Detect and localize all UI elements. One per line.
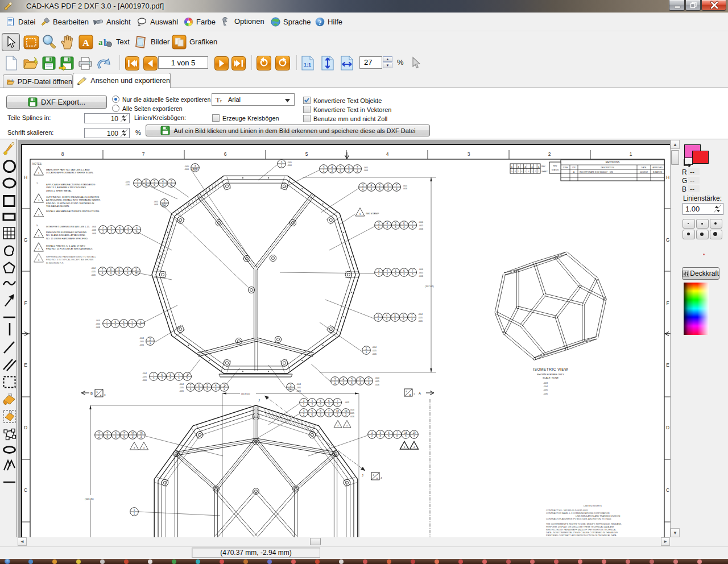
svg-text:3: 3 bbox=[104, 393, 106, 396]
svg-text:3: 3 bbox=[162, 377, 163, 380]
svg-text:3: 3 bbox=[387, 273, 388, 276]
svg-text:1: 1 bbox=[187, 377, 188, 380]
svg-text:7: 7 bbox=[102, 268, 104, 271]
svg-text:5: 5 bbox=[154, 180, 155, 183]
svg-text:8: 8 bbox=[61, 151, 64, 157]
svg-text:-004: -004 bbox=[372, 346, 377, 349]
svg-text:THE GOVERNMENT'S RIGHTS TO USE: THE GOVERNMENT'S RIGHTS TO USE, MODIFY, … bbox=[546, 523, 622, 525]
svg-text:6: 6 bbox=[169, 377, 171, 380]
svg-text:6: 6 bbox=[328, 413, 330, 416]
svg-text:6: 6 bbox=[403, 222, 405, 225]
svg-text:1: 1 bbox=[378, 226, 380, 229]
svg-text:APPROVED: APPROVED bbox=[652, 167, 663, 169]
svg-text:DATA - NONCOMMERCIAL ITEMS CLA: DATA - NONCOMMERCIAL ITEMS CLAUSE CONTAI… bbox=[546, 532, 618, 534]
svg-text:-005: -005 bbox=[287, 161, 292, 164]
svg-text:8: 8 bbox=[38, 259, 39, 262]
svg-text:4: 4 bbox=[127, 268, 129, 271]
svg-text:3: 3 bbox=[337, 413, 338, 416]
svg-text:6: 6 bbox=[119, 230, 121, 233]
svg-text:-006: -006 bbox=[184, 168, 189, 171]
svg-text:1: 1 bbox=[134, 512, 135, 515]
svg-text:6: 6 bbox=[403, 314, 404, 317]
svg-text:-005: -005 bbox=[403, 184, 408, 187]
svg-text:3: 3 bbox=[357, 169, 358, 172]
svg-text:-005: -005 bbox=[154, 200, 159, 203]
svg-text:4: 4 bbox=[380, 476, 382, 479]
svg-text:3: 3 bbox=[153, 377, 155, 380]
svg-text:3: 3 bbox=[127, 272, 129, 275]
svg-text:-004: -004 bbox=[142, 372, 147, 375]
svg-text:3: 3 bbox=[396, 188, 398, 190]
svg-text:3: 3 bbox=[102, 272, 104, 275]
svg-text:3: 3 bbox=[127, 230, 129, 233]
svg-text:-006: -006 bbox=[419, 227, 424, 230]
svg-text:4: 4 bbox=[131, 321, 133, 324]
svg-text:LOCATED APPROXIMATELY WHERE SO: LOCATED APPROXIMATELY WHERE SOWN. bbox=[46, 171, 93, 174]
svg-text:NO. 14 AND DISCARD. ATTACH FIN: NO. 14 AND DISCARD. ATTACH FIND bbox=[46, 234, 85, 237]
svg-text:1: 1 bbox=[224, 388, 225, 391]
svg-text:5: 5 bbox=[320, 400, 321, 403]
svg-text:A: A bbox=[410, 394, 411, 396]
svg-text:CONTRACT NO.: N61339-00-D-0032: CONTRACT NO.: N61339-00-D-0032-0003 bbox=[546, 509, 588, 512]
svg-text:A: A bbox=[82, 38, 90, 48]
svg-text:3: 3 bbox=[136, 227, 138, 230]
svg-text:7: 7 bbox=[123, 432, 125, 435]
svg-text:04/02/02: 04/02/02 bbox=[640, 171, 648, 173]
svg-text:3: 3 bbox=[468, 151, 470, 157]
svg-text:7: 7 bbox=[190, 384, 192, 387]
svg-text:-004: -004 bbox=[419, 221, 424, 223]
svg-text:4: 4 bbox=[162, 180, 164, 183]
svg-text:-005: -005 bbox=[543, 388, 548, 391]
svg-text:-004: -004 bbox=[139, 337, 144, 339]
svg-text:3: 3 bbox=[403, 226, 405, 229]
svg-text:4: 4 bbox=[312, 400, 313, 403]
svg-text:3: 3 bbox=[290, 384, 292, 387]
svg-text:-005: -005 bbox=[179, 386, 184, 389]
svg-text:-004: -004 bbox=[418, 313, 423, 316]
svg-text:B: B bbox=[377, 478, 378, 480]
svg-text:3: 3 bbox=[140, 321, 142, 324]
svg-text:6: 6 bbox=[388, 432, 390, 434]
svg-text:1: 1 bbox=[366, 351, 367, 354]
svg-text:19: 19 bbox=[344, 410, 348, 413]
svg-text:REV: REV bbox=[553, 165, 558, 167]
svg-text:RESTRICTED BY PARAGRAPH (B)(3): RESTRICTED BY PARAGRAPH (B)(3) OF THE RI… bbox=[546, 529, 616, 531]
svg-text:3: 3 bbox=[312, 403, 313, 406]
svg-text:5: 5 bbox=[169, 374, 171, 376]
svg-text:-005: -005 bbox=[184, 165, 189, 168]
svg-text:J: J bbox=[362, 474, 363, 477]
svg-text:MARK WITH PART NO. IAW LMS 1-1: MARK WITH PART NO. IAW LMS 1-1 AND bbox=[46, 168, 90, 171]
svg-text:3: 3 bbox=[412, 273, 413, 276]
svg-text:7: 7 bbox=[102, 227, 104, 230]
svg-text:3: 3 bbox=[131, 324, 133, 327]
svg-text:5: 5 bbox=[379, 184, 380, 187]
svg-text:4: 4 bbox=[343, 378, 345, 381]
svg-text:(103.45): (103.45) bbox=[85, 497, 94, 500]
svg-text:SHEET: SHEET bbox=[541, 171, 548, 173]
svg-text:3: 3 bbox=[337, 403, 338, 406]
svg-text:4: 4 bbox=[143, 446, 145, 449]
svg-text:6: 6 bbox=[340, 169, 341, 172]
svg-text:3: 3 bbox=[343, 381, 345, 384]
svg-text:4: 4 bbox=[386, 314, 388, 317]
svg-text:-005: -005 bbox=[372, 349, 377, 352]
svg-text:-006: -006 bbox=[287, 164, 292, 167]
svg-text:7: 7 bbox=[412, 222, 413, 225]
svg-text:5: 5 bbox=[380, 432, 382, 434]
svg-text:6: 6 bbox=[320, 413, 321, 416]
svg-text:6: 6 bbox=[380, 435, 382, 438]
svg-text:6: 6 bbox=[395, 226, 396, 229]
svg-text:-004: -004 bbox=[91, 267, 96, 269]
svg-text:3: 3 bbox=[405, 435, 407, 438]
svg-text:6: 6 bbox=[198, 384, 200, 387]
svg-text:NOTES:: NOTES: bbox=[32, 163, 42, 165]
svg-text:-004: -004 bbox=[350, 408, 355, 411]
svg-text:REFERENCED HARDWARE USED TO IN: REFERENCED HARDWARE USED TO INSTALL bbox=[46, 255, 96, 258]
svg-text:-003: -003 bbox=[345, 401, 350, 404]
svg-text:6: 6 bbox=[146, 180, 147, 183]
svg-text:3: 3 bbox=[198, 388, 200, 391]
svg-text:3: 3 bbox=[371, 432, 373, 434]
svg-text:1:1: 1:1 bbox=[304, 62, 311, 68]
svg-text:3: 3 bbox=[134, 446, 135, 449]
svg-text:3: 3 bbox=[106, 324, 108, 327]
